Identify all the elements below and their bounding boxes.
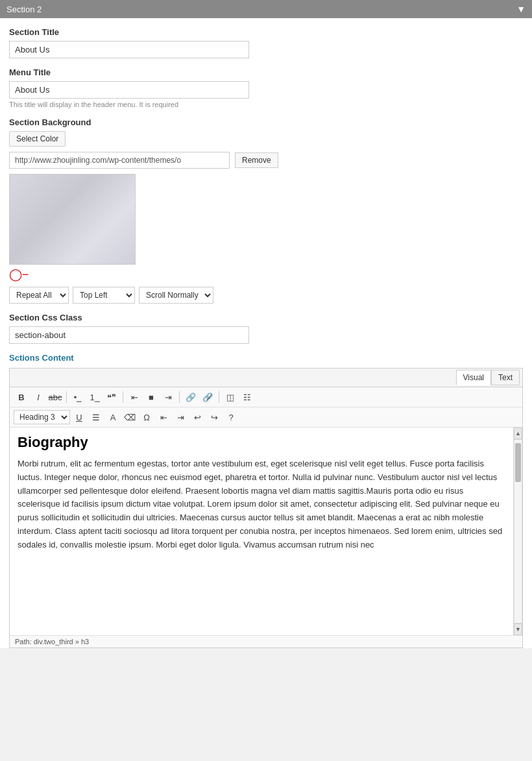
clear-format-button[interactable]: ⌫ xyxy=(122,410,138,424)
section-css-group: Section Css Class xyxy=(9,313,523,344)
special-char-button[interactable]: Ω xyxy=(139,410,154,424)
sections-content-group: Sctions Content Visual Text B I abc •​⎯ … xyxy=(9,353,523,648)
menu-title-group: Menu Title This title will display in th… xyxy=(9,67,523,108)
editor-content[interactable]: Biography Morbi rutrum, elit ac fermentu… xyxy=(10,428,513,635)
section-background-group: Section Background Select Color Remove ◯… xyxy=(9,117,523,304)
remove-image-circle-button[interactable]: ◯− xyxy=(9,267,29,282)
section-title-input[interactable] xyxy=(9,41,249,58)
font-color-button[interactable]: A xyxy=(105,410,121,424)
content-heading: Biography xyxy=(18,434,505,451)
underline-button[interactable]: U xyxy=(71,410,87,424)
section-body: Section Title Menu Title This title will… xyxy=(0,18,532,648)
italic-button[interactable]: I xyxy=(30,390,46,404)
section-header-title: Section 2 xyxy=(6,5,42,14)
scroll-up-arrow[interactable]: ▲ xyxy=(514,428,522,439)
section-header[interactable]: Section 2 ▼ xyxy=(0,0,532,18)
editor-container: Visual Text B I abc •​⎯ 1⎯ ❝❞ ⇤ ■ ⇥ 🔗 🔗̸ xyxy=(9,368,523,648)
image-preview xyxy=(9,174,136,265)
table-options-button[interactable]: ☷ xyxy=(239,390,255,404)
collapse-arrow-icon: ▼ xyxy=(516,4,526,14)
toolbar-row1: B I abc •​⎯ 1⎯ ❝❞ ⇤ ■ ⇥ 🔗 🔗̸ ◫ ☷ xyxy=(10,387,522,407)
menu-title-input[interactable] xyxy=(9,81,249,99)
editor-tabs: Visual Text xyxy=(10,368,522,387)
unordered-list-button[interactable]: •​⎯ xyxy=(70,390,86,404)
align-right-button[interactable]: ⇥ xyxy=(160,390,176,404)
blockquote-button[interactable]: ❝❞ xyxy=(104,390,119,404)
link-button[interactable]: 🔗 xyxy=(183,390,199,404)
section-title-label: Section Title xyxy=(9,27,523,37)
strikethrough-button[interactable]: abc xyxy=(47,390,63,404)
image-url-input[interactable] xyxy=(9,152,230,169)
position-select[interactable]: Top Left Top Center Top Right Center Bot… xyxy=(73,287,135,304)
toolbar-row2: Paragraph Heading 1 Heading 2 Heading 3 … xyxy=(10,407,522,428)
justify-button[interactable]: ☰ xyxy=(88,410,104,424)
tab-text[interactable]: Text xyxy=(491,370,520,385)
image-preview-inner xyxy=(10,175,135,264)
undo-button[interactable]: ↩ xyxy=(189,410,205,424)
toolbar-separator-2 xyxy=(123,391,123,403)
section-css-label: Section Css Class xyxy=(9,313,523,322)
scroll-select[interactable]: Scroll Normally Fixed xyxy=(139,287,213,304)
editor-scrollbar[interactable]: ▲ ▼ xyxy=(513,428,522,635)
bold-button[interactable]: B xyxy=(14,390,29,404)
section-title-group: Section Title xyxy=(9,27,523,58)
scroll-thumb[interactable] xyxy=(515,443,521,482)
toolbar-separator-3 xyxy=(179,391,180,403)
outdent-button[interactable]: ⇤ xyxy=(156,410,171,424)
align-center-button[interactable]: ■ xyxy=(143,390,159,404)
background-options-row: Repeat All No Repeat Repeat X Repeat Y T… xyxy=(9,287,523,304)
section-background-label: Section Background xyxy=(9,117,523,127)
image-url-row: Remove xyxy=(9,152,523,169)
menu-title-helper: This title will display in the header me… xyxy=(9,101,523,108)
menu-title-label: Menu Title xyxy=(9,67,523,77)
content-body: Morbi rutrum, elit ac fermentum egestas,… xyxy=(18,457,505,552)
path-bar: Path: div.two_third » h3 xyxy=(10,635,522,647)
path-text: Path: div.two_third » h3 xyxy=(15,638,89,646)
content-inner[interactable]: Biography Morbi rutrum, elit ac fermentu… xyxy=(10,428,513,635)
ordered-list-button[interactable]: 1⎯ xyxy=(87,390,103,404)
indent-button[interactable]: ⇥ xyxy=(173,410,188,424)
unlink-button[interactable]: 🔗̸ xyxy=(200,390,215,404)
repeat-select[interactable]: Repeat All No Repeat Repeat X Repeat Y xyxy=(9,287,69,304)
table-button[interactable]: ◫ xyxy=(223,390,238,404)
scroll-track[interactable] xyxy=(514,439,522,623)
tab-visual[interactable]: Visual xyxy=(456,370,491,385)
toolbar-separator-4 xyxy=(219,391,219,403)
remove-image-button[interactable]: Remove xyxy=(235,152,278,168)
section-css-input[interactable] xyxy=(9,326,249,344)
align-left-button[interactable]: ⇤ xyxy=(127,390,142,404)
redo-button[interactable]: ↪ xyxy=(206,410,222,424)
select-color-button[interactable]: Select Color xyxy=(9,131,66,147)
scroll-down-arrow[interactable]: ▼ xyxy=(514,623,522,635)
sections-content-label: Sctions Content xyxy=(9,353,523,363)
content-area: Biography Morbi rutrum, elit ac fermentu… xyxy=(10,428,522,635)
heading-select[interactable]: Paragraph Heading 1 Heading 2 Heading 3 … xyxy=(14,410,70,424)
help-button[interactable]: ? xyxy=(223,410,239,424)
toolbar-separator-1 xyxy=(66,391,67,403)
